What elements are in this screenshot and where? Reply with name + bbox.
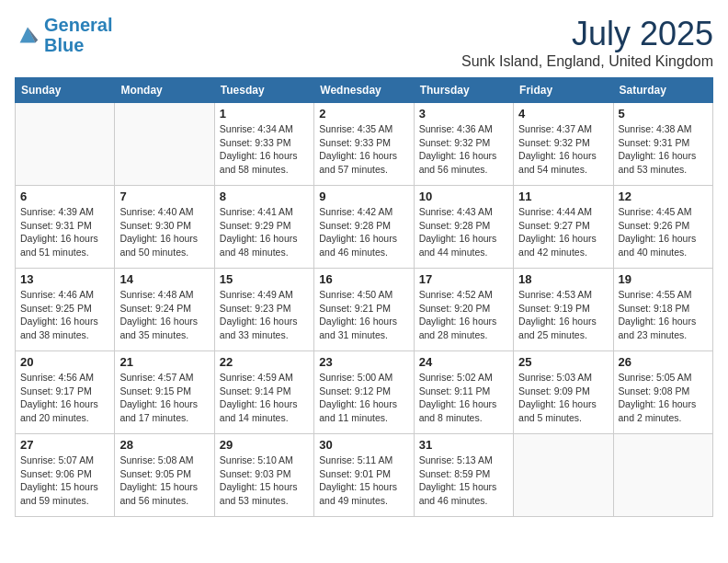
calendar-cell: 6Sunrise: 4:39 AMSunset: 9:31 PMDaylight…: [16, 186, 115, 269]
calendar-cell: 14Sunrise: 4:48 AMSunset: 9:24 PMDayligh…: [115, 269, 214, 351]
calendar-cell: 17Sunrise: 4:52 AMSunset: 9:20 PMDayligh…: [414, 269, 513, 351]
day-number: 23: [319, 355, 408, 369]
day-info: Sunrise: 4:46 AMSunset: 9:25 PMDaylight:…: [20, 288, 109, 342]
calendar-cell: 23Sunrise: 5:00 AMSunset: 9:12 PMDayligh…: [314, 351, 414, 434]
day-number: 31: [419, 438, 508, 452]
day-number: 2: [319, 107, 408, 121]
day-info: Sunrise: 4:36 AMSunset: 9:32 PMDaylight:…: [419, 122, 508, 177]
day-info: Sunrise: 4:43 AMSunset: 9:28 PMDaylight:…: [419, 205, 508, 259]
calendar-cell: 3Sunrise: 4:36 AMSunset: 9:32 PMDaylight…: [414, 103, 513, 186]
calendar-cell: 13Sunrise: 4:46 AMSunset: 9:25 PMDayligh…: [16, 269, 115, 351]
day-number: 27: [20, 438, 109, 452]
day-header-saturday: Saturday: [613, 78, 712, 103]
day-info: Sunrise: 4:34 AMSunset: 9:33 PMDaylight:…: [220, 122, 309, 177]
calendar-cell: 18Sunrise: 4:53 AMSunset: 9:19 PMDayligh…: [514, 269, 613, 351]
header-row: SundayMondayTuesdayWednesdayThursdayFrid…: [16, 78, 713, 103]
calendar-cell: 2Sunrise: 4:35 AMSunset: 9:33 PMDaylight…: [314, 103, 414, 186]
calendar-cell: 1Sunrise: 4:34 AMSunset: 9:33 PMDaylight…: [214, 103, 313, 186]
calendar-cell: 19Sunrise: 4:55 AMSunset: 9:18 PMDayligh…: [613, 269, 712, 351]
day-number: 30: [319, 438, 408, 452]
week-row-1: 1Sunrise: 4:34 AMSunset: 9:33 PMDaylight…: [16, 103, 713, 186]
day-info: Sunrise: 4:57 AMSunset: 9:15 PMDaylight:…: [119, 371, 209, 425]
calendar-cell: 11Sunrise: 4:44 AMSunset: 9:27 PMDayligh…: [514, 186, 613, 269]
calendar-cell: 24Sunrise: 5:02 AMSunset: 9:11 PMDayligh…: [414, 351, 513, 434]
day-number: 19: [619, 272, 708, 286]
day-number: 5: [619, 107, 708, 121]
day-info: Sunrise: 5:02 AMSunset: 9:11 PMDaylight:…: [419, 371, 508, 425]
calendar-table: SundayMondayTuesdayWednesdayThursdayFrid…: [15, 77, 713, 517]
calendar-cell: [16, 103, 115, 186]
day-number: 16: [319, 272, 408, 286]
day-info: Sunrise: 4:59 AMSunset: 9:14 PMDaylight:…: [220, 371, 309, 425]
calendar-cell: 9Sunrise: 4:42 AMSunset: 9:28 PMDaylight…: [314, 186, 414, 269]
calendar-cell: 28Sunrise: 5:08 AMSunset: 9:05 PMDayligh…: [115, 434, 214, 517]
day-info: Sunrise: 4:55 AMSunset: 9:18 PMDaylight:…: [619, 288, 708, 342]
day-info: Sunrise: 5:10 AMSunset: 9:03 PMDaylight:…: [220, 454, 309, 508]
logo-icon: [15, 22, 40, 48]
day-info: Sunrise: 4:44 AMSunset: 9:27 PMDaylight:…: [518, 205, 608, 259]
day-number: 3: [419, 107, 508, 121]
calendar-cell: 15Sunrise: 4:49 AMSunset: 9:23 PMDayligh…: [214, 269, 313, 351]
day-info: Sunrise: 4:49 AMSunset: 9:23 PMDaylight:…: [220, 288, 309, 342]
day-info: Sunrise: 4:42 AMSunset: 9:28 PMDaylight:…: [319, 205, 408, 259]
day-number: 25: [518, 355, 608, 369]
calendar-cell: 7Sunrise: 4:40 AMSunset: 9:30 PMDaylight…: [115, 186, 214, 269]
subtitle: Sunk Island, England, United Kingdom: [461, 53, 713, 70]
day-info: Sunrise: 4:35 AMSunset: 9:33 PMDaylight:…: [319, 122, 408, 177]
day-number: 18: [518, 272, 608, 286]
day-number: 20: [20, 355, 109, 369]
day-header-monday: Monday: [115, 78, 214, 103]
week-row-4: 20Sunrise: 4:56 AMSunset: 9:17 PMDayligh…: [16, 351, 713, 434]
day-info: Sunrise: 4:45 AMSunset: 9:26 PMDaylight:…: [619, 205, 708, 259]
calendar-cell: 4Sunrise: 4:37 AMSunset: 9:32 PMDaylight…: [514, 103, 613, 186]
day-number: 9: [319, 190, 408, 203]
day-number: 1: [220, 107, 309, 121]
logo: General Blue: [15, 15, 112, 55]
day-number: 15: [220, 272, 309, 286]
calendar-cell: 5Sunrise: 4:38 AMSunset: 9:31 PMDaylight…: [613, 103, 712, 186]
calendar-cell: [514, 434, 613, 517]
main-title: July 2025: [461, 15, 713, 53]
week-row-2: 6Sunrise: 4:39 AMSunset: 9:31 PMDaylight…: [16, 186, 713, 269]
day-number: 8: [220, 190, 309, 203]
day-header-wednesday: Wednesday: [314, 78, 414, 103]
calendar-cell: 22Sunrise: 4:59 AMSunset: 9:14 PMDayligh…: [214, 351, 313, 434]
day-number: 4: [518, 107, 608, 121]
day-info: Sunrise: 4:41 AMSunset: 9:29 PMDaylight:…: [220, 205, 309, 259]
day-info: Sunrise: 5:00 AMSunset: 9:12 PMDaylight:…: [319, 371, 408, 425]
calendar-cell: [613, 434, 712, 517]
day-header-thursday: Thursday: [414, 78, 513, 103]
day-info: Sunrise: 4:39 AMSunset: 9:31 PMDaylight:…: [20, 205, 109, 259]
day-number: 11: [518, 190, 608, 203]
day-number: 12: [619, 190, 708, 203]
week-row-5: 27Sunrise: 5:07 AMSunset: 9:06 PMDayligh…: [16, 434, 713, 517]
day-info: Sunrise: 4:40 AMSunset: 9:30 PMDaylight:…: [119, 205, 209, 259]
day-info: Sunrise: 4:56 AMSunset: 9:17 PMDaylight:…: [20, 371, 109, 425]
day-info: Sunrise: 5:13 AMSunset: 8:59 PMDaylight:…: [419, 454, 508, 508]
day-number: 6: [20, 190, 109, 203]
calendar-cell: 21Sunrise: 4:57 AMSunset: 9:15 PMDayligh…: [115, 351, 214, 434]
title-block: July 2025 Sunk Island, England, United K…: [461, 15, 713, 70]
calendar-cell: 29Sunrise: 5:10 AMSunset: 9:03 PMDayligh…: [214, 434, 313, 517]
day-info: Sunrise: 4:50 AMSunset: 9:21 PMDaylight:…: [319, 288, 408, 342]
day-info: Sunrise: 5:07 AMSunset: 9:06 PMDaylight:…: [20, 454, 109, 508]
calendar-cell: 26Sunrise: 5:05 AMSunset: 9:08 PMDayligh…: [613, 351, 712, 434]
day-number: 14: [119, 272, 209, 286]
day-info: Sunrise: 4:52 AMSunset: 9:20 PMDaylight:…: [419, 288, 508, 342]
day-info: Sunrise: 4:37 AMSunset: 9:32 PMDaylight:…: [518, 122, 608, 177]
calendar-cell: 12Sunrise: 4:45 AMSunset: 9:26 PMDayligh…: [613, 186, 712, 269]
day-number: 26: [619, 355, 708, 369]
calendar-cell: 27Sunrise: 5:07 AMSunset: 9:06 PMDayligh…: [16, 434, 115, 517]
calendar-cell: 8Sunrise: 4:41 AMSunset: 9:29 PMDaylight…: [214, 186, 313, 269]
day-info: Sunrise: 5:11 AMSunset: 9:01 PMDaylight:…: [319, 454, 408, 508]
day-info: Sunrise: 5:05 AMSunset: 9:08 PMDaylight:…: [619, 371, 708, 425]
day-number: 29: [220, 438, 309, 452]
week-row-3: 13Sunrise: 4:46 AMSunset: 9:25 PMDayligh…: [16, 269, 713, 351]
page-header: General Blue July 2025 Sunk Island, Engl…: [15, 15, 713, 70]
day-number: 22: [220, 355, 309, 369]
day-info: Sunrise: 5:03 AMSunset: 9:09 PMDaylight:…: [518, 371, 608, 425]
day-number: 24: [419, 355, 508, 369]
day-info: Sunrise: 5:08 AMSunset: 9:05 PMDaylight:…: [119, 454, 209, 508]
day-header-sunday: Sunday: [16, 78, 115, 103]
day-header-friday: Friday: [514, 78, 613, 103]
